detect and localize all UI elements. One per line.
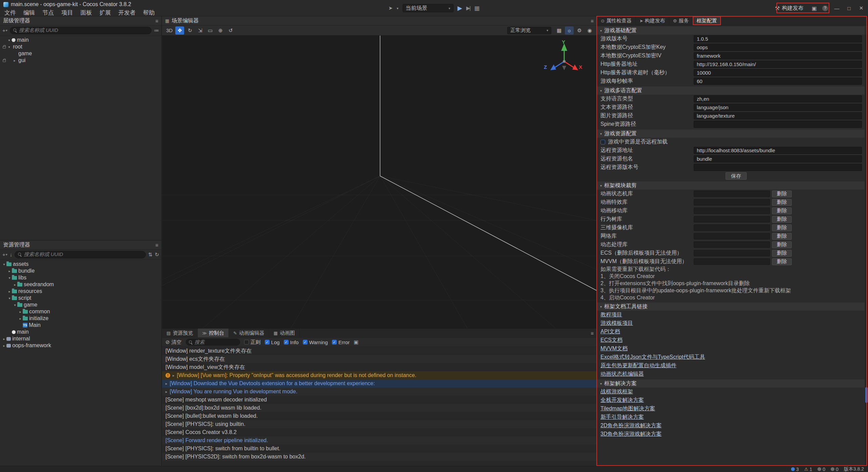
remote-url-input[interactable]: http://localhost:8083/assets/bundle: [694, 147, 862, 154]
crypto-key-input[interactable]: oops: [694, 44, 862, 51]
step-button[interactable]: ▶|: [466, 5, 470, 11]
gizmo-grid-button[interactable]: ▦: [555, 26, 564, 35]
expand-log-icon[interactable]: ▸: [165, 390, 167, 394]
remote-bundle-input[interactable]: bundle: [694, 155, 862, 162]
delete-module-button[interactable]: 删除: [772, 233, 792, 240]
http-server-input[interactable]: http://192.168.0.150/main/: [694, 61, 862, 68]
expand-icon[interactable]: ▸: [18, 310, 23, 314]
status-count-error[interactable]: 0: [817, 467, 825, 472]
layout-grid-button[interactable]: ▦: [474, 5, 479, 12]
filter-warning[interactable]: ✓ Warning: [303, 339, 328, 345]
solution-link[interactable]: 3D角色扮演游戏解决方案: [600, 431, 662, 438]
solution-link[interactable]: Tiledmap地图解决方案: [600, 405, 655, 412]
expand-icon[interactable]: ▸: [2, 337, 6, 341]
delete-module-button[interactable]: 删除: [772, 250, 792, 257]
tab-build[interactable]: ➤ 构建发布: [636, 16, 669, 25]
solution-link[interactable]: 战棋游戏框架: [600, 388, 633, 395]
rect-tool-button[interactable]: ▭: [206, 26, 215, 35]
hierarchy-filter-icon[interactable]: ≔: [154, 27, 159, 34]
scrollbar-thumb[interactable]: [865, 387, 868, 403]
solution-link[interactable]: 新手引导解决方案: [600, 414, 644, 421]
current-scene-select[interactable]: 当前场景 ▾: [402, 4, 453, 12]
menu-node[interactable]: 节点: [39, 9, 58, 16]
status-count-warning[interactable]: ⚠ 1: [804, 467, 812, 472]
remote-version-input[interactable]: [694, 164, 862, 171]
regex-toggle[interactable]: 正则: [244, 339, 261, 346]
scene-viewport[interactable]: Y X Z: [162, 36, 597, 328]
expand-icon[interactable]: ▾: [13, 303, 17, 307]
expand-icon[interactable]: ▾: [7, 296, 12, 300]
tab-framework-config[interactable]: 框架配置: [693, 16, 721, 25]
orientation-gizmo[interactable]: Y X Z: [544, 41, 585, 78]
rotate-tool-button[interactable]: ↻: [185, 26, 194, 35]
view-mode-select[interactable]: 正常浏览 ▾: [507, 27, 551, 34]
build-publish-button[interactable]: ⚒ 构建发布: [772, 4, 806, 13]
doc-link[interactable]: 动画状态机编辑器: [600, 371, 644, 378]
scene-menu-icon[interactable]: ≡: [591, 18, 594, 24]
expand-icon[interactable]: ▸: [7, 290, 12, 293]
status-count-info[interactable]: 3: [791, 467, 799, 472]
save-button[interactable]: 保存: [726, 172, 747, 180]
expand-icon[interactable]: ▸: [12, 59, 17, 62]
log-row[interactable]: [Scene] [PHYSICS2D]: switch from box2d-w…: [162, 453, 597, 461]
crypto-iv-input[interactable]: framework: [694, 52, 862, 59]
play-button[interactable]: ▶: [457, 4, 462, 12]
tab-inspector[interactable]: ⊙ 属性检查器: [597, 16, 636, 25]
delete-module-button[interactable]: 删除: [772, 224, 792, 231]
hierarchy-node-main[interactable]: ▾ main: [0, 37, 161, 43]
doc-link[interactable]: Excel格式转Json文件与TypeScript代码工具: [600, 354, 705, 361]
filter-error[interactable]: ✓ Error: [332, 339, 350, 345]
asset-node-script[interactable]: ▾ script: [0, 295, 161, 301]
expand-icon[interactable]: ▾: [2, 262, 6, 266]
delete-module-button[interactable]: 删除: [772, 208, 792, 214]
asset-node-resources[interactable]: ▸ resources: [0, 288, 161, 295]
menu-panel[interactable]: 面板: [77, 9, 96, 16]
doc-link[interactable]: 游戏模板项目: [600, 320, 633, 327]
game-version-input[interactable]: 1.0.5: [694, 35, 862, 42]
clear-console-button[interactable]: ⊘ 清空: [165, 339, 182, 346]
console-copy-icon[interactable]: ▣: [354, 339, 358, 345]
asset-node-libs[interactable]: ▾ libs: [0, 274, 161, 281]
help-button[interactable]: ?: [822, 5, 828, 11]
preview-target-icon[interactable]: ➤: [389, 5, 393, 11]
expand-log-icon[interactable]: ▸: [173, 373, 175, 378]
asset-node-seedrandom[interactable]: ▸ seedrandom: [0, 281, 161, 288]
scale-tool-button[interactable]: ⇲: [196, 26, 204, 35]
doc-link[interactable]: 原生包热更新配置自动生成插件: [600, 362, 676, 369]
doc-link[interactable]: 教程项目: [600, 311, 622, 318]
log-row[interactable]: [Scene] Forward render pipeline initiali…: [162, 436, 597, 445]
create-node-button[interactable]: + ▾: [2, 27, 7, 33]
solution-link[interactable]: 2D角色扮演游戏解决方案: [600, 422, 662, 429]
texture-path-input[interactable]: language/texture: [694, 112, 862, 119]
tab-animation-editor[interactable]: ✎ 动画编辑器: [229, 329, 269, 337]
hierarchy-node-root[interactable]: ▾ root: [0, 43, 161, 50]
section-doc-links[interactable]: ▾ 框架文档工具链接: [597, 302, 865, 311]
log-row-selected[interactable]: ▸ [Window] Download the Vue Devtools ext…: [162, 379, 597, 388]
asset-node-main-ts[interactable]: TS Main: [0, 322, 161, 329]
pivot-tool-button[interactable]: ⊕: [216, 26, 225, 35]
spine-path-input[interactable]: [694, 121, 862, 128]
menu-project[interactable]: 项目: [58, 9, 77, 16]
delete-module-button[interactable]: 删除: [772, 191, 792, 197]
log-row[interactable]: [Scene] [bullet]:bullet wasm lib loaded.: [162, 412, 597, 420]
assets-menu-icon[interactable]: ≡: [155, 242, 158, 248]
log-row[interactable]: [Window] render_texture文件夹存在: [162, 347, 597, 355]
grid-snap-button[interactable]: ↺: [226, 26, 235, 35]
log-row[interactable]: [Scene] [PHYSICS]: using builtin.: [162, 420, 597, 428]
expand-icon[interactable]: ▾: [7, 45, 12, 49]
move-tool-button[interactable]: ✥: [175, 26, 184, 35]
solution-link[interactable]: 全栈开发解决方案: [600, 397, 644, 404]
expand-icon[interactable]: ▸: [13, 283, 17, 287]
preview-target-caret-icon[interactable]: ▾: [397, 6, 398, 10]
tab-animation-graph[interactable]: ▦ 动画图: [269, 329, 300, 337]
expand-icon[interactable]: ▸: [2, 344, 6, 348]
filter-info[interactable]: ✓ Info: [284, 339, 299, 345]
http-timeout-input[interactable]: 10000: [694, 69, 862, 76]
tab-service[interactable]: ⚙ 服务: [669, 16, 693, 25]
doc-link[interactable]: API文档: [600, 328, 620, 335]
asset-node-bundle[interactable]: ▸ bundle: [0, 268, 161, 274]
log-row[interactable]: ▸ [Window] You are running Vue in develo…: [162, 388, 597, 396]
log-row[interactable]: [Window] ecs文件夹存在: [162, 355, 597, 363]
asset-node-oops-framework[interactable]: ▸ oops-framework: [0, 342, 161, 349]
asset-node-game[interactable]: ▾ game: [0, 301, 161, 308]
